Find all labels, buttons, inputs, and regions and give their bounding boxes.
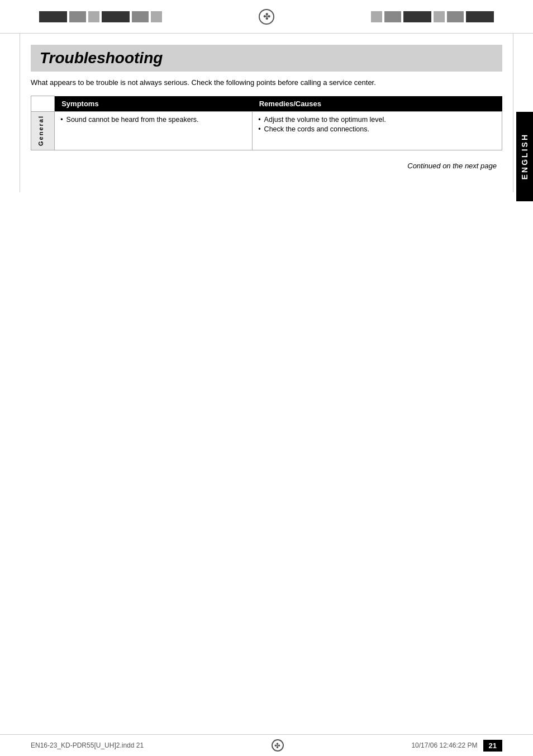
remedy-item: •Check the cords and connections.	[258, 125, 496, 133]
compass-icon: ✤	[259, 9, 274, 25]
header-bar: ✤	[0, 0, 533, 34]
bullet-icon: •	[258, 116, 260, 124]
footer-filename: EN16-23_KD-PDR55[U_UH]2.indd 21	[31, 741, 144, 749]
intro-text: What appears to be trouble is not always…	[31, 78, 502, 87]
table-header-remedies: Remedies/Causes	[253, 96, 502, 112]
bullet-icon: •	[60, 116, 63, 124]
continued-text: Continued on the next page	[31, 162, 502, 170]
remedy-cell: •Adjust the volume to the optimum level.…	[253, 111, 502, 150]
table-row: General•Sound cannot be heard from the s…	[31, 111, 502, 150]
header-block	[39, 11, 67, 22]
header-block	[371, 11, 382, 22]
page-content: Troubleshooting What appears to be troub…	[0, 34, 533, 192]
header-block	[447, 11, 464, 22]
table-header-symptoms: Symptoms	[55, 96, 253, 112]
footer-compass-icon: ✤	[272, 739, 284, 752]
footer: EN16-23_KD-PDR55[U_UH]2.indd 21 ✤ 10/17/…	[0, 734, 533, 756]
symptom-item: •Sound cannot be heard from the speakers…	[60, 116, 246, 124]
margin-line-right	[513, 34, 513, 192]
margin-line-left	[20, 34, 20, 192]
header-block	[466, 11, 494, 22]
page-title: Troubleshooting	[31, 45, 502, 72]
footer-timestamp: 10/17/06 12:46:22 PM	[411, 741, 477, 749]
page-number: 21	[483, 740, 502, 752]
category-cell: General	[31, 111, 55, 150]
symptom-cell: •Sound cannot be heard from the speakers…	[55, 111, 253, 150]
header-block	[151, 11, 162, 22]
header-block	[102, 11, 130, 22]
header-block	[403, 11, 431, 22]
remedy-item: •Adjust the volume to the optimum level.	[258, 116, 496, 124]
bullet-icon: •	[258, 125, 260, 133]
header-block	[434, 11, 445, 22]
header-block	[132, 11, 149, 22]
table-header-empty	[31, 96, 55, 112]
footer-center: ✤	[272, 739, 284, 752]
header-block	[88, 11, 99, 22]
header-block	[69, 11, 86, 22]
header-block	[384, 11, 401, 22]
troubleshoot-table: Symptoms Remedies/Causes General•Sound c…	[31, 96, 502, 150]
